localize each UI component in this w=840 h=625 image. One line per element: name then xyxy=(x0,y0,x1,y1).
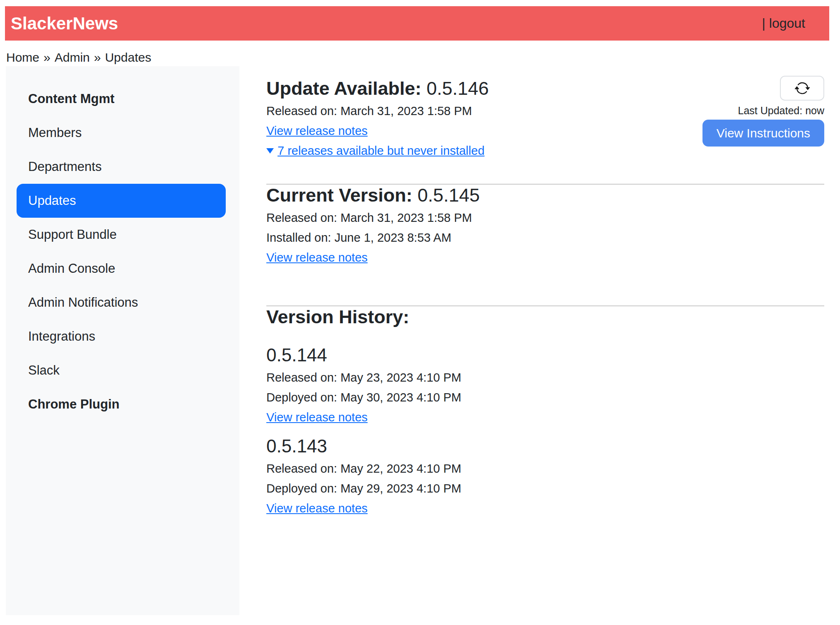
sidebar-item-slack[interactable]: Slack xyxy=(17,353,226,387)
brand-title: SlackerNews xyxy=(11,14,118,34)
releases-toggle-label: 7 releases available but never installed xyxy=(278,144,485,157)
sidebar-item-updates[interactable]: Updates xyxy=(17,184,226,218)
caret-down-icon xyxy=(266,148,274,154)
current-version-heading: Current Version: 0.5.145 xyxy=(266,185,824,206)
history-released-on: Released on: May 22, 2023 4:10 PM xyxy=(266,460,824,477)
history-release-notes-link[interactable]: View release notes xyxy=(266,502,368,515)
refresh-button[interactable] xyxy=(780,76,824,101)
page-body: Content Mgmt Members Departments Updates… xyxy=(0,66,840,615)
update-released-on: Released on: March 31, 2023 1:58 PM xyxy=(266,103,489,119)
current-version-number: 0.5.145 xyxy=(418,185,480,206)
breadcrumb-updates: Updates xyxy=(105,50,151,64)
last-updated-text: Last Updated: now xyxy=(738,105,824,116)
update-available-label: Update Available: xyxy=(266,78,421,99)
sidebar-item-departments[interactable]: Departments xyxy=(17,150,226,184)
app-header: SlackerNews | logout xyxy=(5,6,829,41)
sidebar-item-support-bundle[interactable]: Support Bundle xyxy=(17,218,226,252)
update-controls: Last Updated: now View Instructions xyxy=(702,76,824,147)
view-instructions-button[interactable]: View Instructions xyxy=(702,120,824,147)
arrow-repeat-icon xyxy=(794,80,810,96)
version-history-entry: 0.5.144 Released on: May 23, 2023 4:10 P… xyxy=(266,344,824,425)
version-history-entry: 0.5.143 Released on: May 22, 2023 4:10 P… xyxy=(266,435,824,517)
breadcrumb-separator: » xyxy=(43,50,51,64)
history-released-on: Released on: May 23, 2023 4:10 PM xyxy=(266,369,824,386)
update-available-info: Update Available: 0.5.146 Released on: M… xyxy=(266,78,489,159)
update-release-notes-link[interactable]: View release notes xyxy=(266,124,368,137)
current-installed-on: Installed on: June 1, 2023 8:53 AM xyxy=(266,229,824,246)
breadcrumb-separator: » xyxy=(94,50,101,64)
sidebar-item-admin-console[interactable]: Admin Console xyxy=(17,252,226,286)
sidebar-item-integrations[interactable]: Integrations xyxy=(17,320,226,353)
history-version: 0.5.143 xyxy=(266,435,824,457)
current-release-notes-link[interactable]: View release notes xyxy=(266,251,368,264)
breadcrumb-home[interactable]: Home xyxy=(6,50,39,64)
sidebar-item-admin-notifications[interactable]: Admin Notifications xyxy=(17,286,226,320)
history-deployed-on: Deployed on: May 29, 2023 4:10 PM xyxy=(266,480,824,497)
current-version-section: Current Version: 0.5.145 Released on: Ma… xyxy=(266,185,824,266)
sidebar-item-chrome-plugin[interactable]: Chrome Plugin xyxy=(17,387,226,421)
admin-sidebar: Content Mgmt Members Departments Updates… xyxy=(6,66,239,615)
history-version: 0.5.144 xyxy=(266,344,824,366)
history-release-notes-link[interactable]: View release notes xyxy=(266,411,368,424)
releases-toggle-link[interactable]: 7 releases available but never installed xyxy=(266,144,485,157)
breadcrumb-admin[interactable]: Admin xyxy=(55,50,90,64)
version-history-section: Version History: 0.5.144 Released on: Ma… xyxy=(266,306,824,517)
current-released-on: Released on: March 31, 2023 1:58 PM xyxy=(266,209,824,226)
history-deployed-on: Deployed on: May 30, 2023 4:10 PM xyxy=(266,389,824,406)
version-history-heading: Version History: xyxy=(266,306,824,328)
update-available-heading: Update Available: 0.5.146 xyxy=(266,78,489,99)
sidebar-item-content-mgmt[interactable]: Content Mgmt xyxy=(17,82,226,116)
update-available-section: Update Available: 0.5.146 Released on: M… xyxy=(266,78,824,159)
updates-main: Update Available: 0.5.146 Released on: M… xyxy=(239,66,840,517)
update-available-version: 0.5.146 xyxy=(427,78,489,99)
current-version-label: Current Version: xyxy=(266,185,413,206)
breadcrumb: Home»Admin»Updates xyxy=(6,50,840,65)
logout-link[interactable]: | logout xyxy=(762,16,805,31)
sidebar-item-members[interactable]: Members xyxy=(17,116,226,150)
